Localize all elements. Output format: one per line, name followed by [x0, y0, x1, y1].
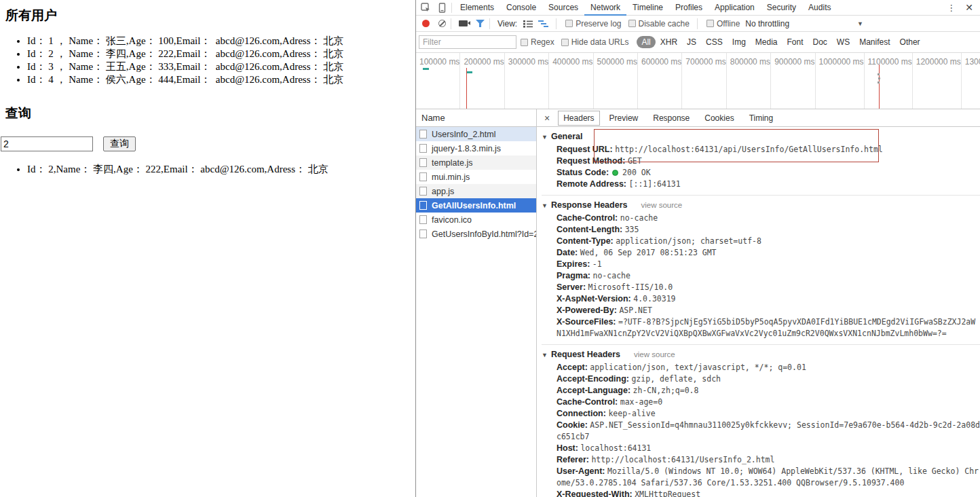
- devtools-tab[interactable]: Network: [584, 0, 626, 16]
- request-row[interactable]: app.js: [416, 184, 536, 198]
- record-icon[interactable]: [422, 20, 430, 27]
- chevron-down-icon[interactable]: ▼: [857, 20, 863, 27]
- response-headers-title[interactable]: ▼Response Headersview source: [542, 198, 980, 213]
- header-line: User-Agent: Mozilla/5.0 (Windows NT 10.0…: [542, 466, 980, 489]
- timeline-tick-label: 900000 ms: [771, 53, 815, 109]
- resource-type-filter[interactable]: Other: [895, 36, 925, 48]
- details-tab[interactable]: Headers: [558, 111, 599, 126]
- resource-type-filter[interactable]: JS: [682, 36, 701, 48]
- disclosure-triangle-icon: ▼: [542, 134, 548, 141]
- request-name: GetAllUsersInfo.html: [432, 201, 516, 210]
- network-toolbar: View: Preserve log Disable cache Offline…: [416, 16, 980, 32]
- timeline-overview[interactable]: 100000 ms200000 ms300000 ms400000 ms5000…: [416, 53, 980, 109]
- hide-data-urls-label[interactable]: Hide data URLs: [571, 37, 629, 47]
- request-row[interactable]: UsersInfo_2.html: [416, 127, 536, 141]
- waterfall-icon[interactable]: [538, 18, 549, 29]
- filmstrip-camera-icon[interactable]: [459, 20, 468, 26]
- disable-cache-label[interactable]: Disable cache: [639, 19, 690, 29]
- resource-type-filter[interactable]: Font: [783, 36, 808, 48]
- header-line: X-AspNet-Version: 4.0.30319: [542, 293, 980, 305]
- view-source-link[interactable]: view source: [634, 350, 675, 358]
- devtools-menu-icon[interactable]: ⋮: [941, 3, 961, 13]
- header-key: Accept:: [557, 363, 588, 372]
- request-name: jquery-1.8.3.min.js: [432, 144, 501, 153]
- header-key: Content-Type:: [557, 236, 614, 246]
- header-key: Server:: [557, 282, 586, 292]
- view-source-link[interactable]: view source: [641, 201, 682, 209]
- request-row[interactable]: favicon.ico: [416, 213, 536, 227]
- network-main: Name UsersInfo_2.html jquery-1.8.3.min.j…: [416, 109, 980, 497]
- resource-type-filter[interactable]: Media: [751, 36, 783, 48]
- header-value: [::1]:64131: [629, 179, 681, 189]
- user-list-item: Id： 4 ， Name： 侯六,Age： 444,Email： abcd@12…: [27, 73, 415, 86]
- header-value: Mozilla/5.0 (Windows NT 10.0; WOW64) App…: [557, 466, 979, 487]
- devtools-tab[interactable]: Elements: [454, 0, 500, 16]
- general-items: Request URL: http://localhost:64131/api/…: [542, 144, 980, 190]
- throttling-select[interactable]: No throttling: [745, 19, 789, 29]
- resource-type-filter[interactable]: Manifest: [854, 36, 894, 48]
- header-value: -1: [592, 259, 602, 269]
- file-icon: [419, 158, 427, 167]
- hide-data-urls-checkbox[interactable]: [561, 39, 569, 46]
- query-input[interactable]: [1, 136, 93, 151]
- details-tab[interactable]: Preview: [604, 111, 644, 126]
- devtools-tab[interactable]: Profiles: [669, 0, 709, 16]
- resource-type-filter[interactable]: Doc: [808, 36, 832, 48]
- header-line: Accept-Language: zh-CN,zh;q=0.8: [542, 385, 980, 397]
- inspect-element-icon[interactable]: [420, 2, 432, 14]
- devtools-tabs: ElementsConsoleSourcesNetworkTimelinePro…: [454, 0, 837, 16]
- request-rows: UsersInfo_2.html jquery-1.8.3.min.js tem…: [416, 127, 536, 241]
- filter-input[interactable]: [419, 35, 516, 49]
- clear-icon[interactable]: [438, 20, 446, 27]
- details-tab[interactable]: Timing: [744, 111, 779, 126]
- header-key: X-Requested-With:: [557, 490, 633, 497]
- request-row[interactable]: jquery-1.8.3.min.js: [416, 141, 536, 155]
- devtools-tab[interactable]: Audits: [802, 0, 837, 16]
- general-section-title[interactable]: ▼General: [542, 130, 980, 144]
- offline-label[interactable]: Offline: [717, 19, 740, 29]
- header-key: Cache-Control:: [557, 213, 618, 223]
- request-headers-title[interactable]: ▼Request Headersview source: [542, 348, 980, 362]
- resource-type-filter[interactable]: CSS: [701, 36, 728, 48]
- filter-funnel-icon[interactable]: [476, 20, 485, 27]
- view-list-icon[interactable]: [522, 18, 533, 29]
- timeline-tick-label: 1100000 ms: [865, 53, 913, 109]
- header-line: Remote Address: [::1]:64131: [542, 179, 980, 190]
- regex-checkbox[interactable]: [521, 39, 528, 46]
- header-key: Content-Length:: [557, 225, 622, 234]
- query-button[interactable]: 查询: [103, 136, 136, 151]
- details-tab[interactable]: Response: [647, 111, 695, 126]
- request-row[interactable]: template.js: [416, 155, 536, 170]
- close-details-icon[interactable]: ×: [538, 113, 556, 124]
- disable-cache-checkbox[interactable]: [628, 20, 636, 27]
- resource-type-filter[interactable]: All: [637, 36, 655, 48]
- request-row[interactable]: mui.min.js: [416, 170, 536, 184]
- timeline-dot: [878, 77, 880, 79]
- device-toolbar-icon[interactable]: [436, 2, 447, 14]
- devtools-close-icon[interactable]: ✕: [961, 2, 980, 13]
- preserve-log-label[interactable]: Preserve log: [576, 19, 621, 29]
- file-icon: [419, 215, 427, 224]
- devtools-tab[interactable]: Application: [709, 0, 761, 16]
- preserve-log-checkbox[interactable]: [565, 20, 573, 27]
- offline-checkbox[interactable]: [706, 20, 714, 27]
- header-line: Cache-Control: no-cache: [542, 213, 980, 224]
- request-row[interactable]: GetUsersInfoById.html?Id=2: [416, 227, 536, 241]
- devtools-tab[interactable]: Sources: [542, 0, 584, 16]
- devtools-tab[interactable]: Timeline: [626, 0, 669, 16]
- details-tab[interactable]: Cookies: [699, 111, 739, 126]
- header-line: Content-Length: 335: [542, 224, 980, 236]
- resource-type-filter[interactable]: XHR: [656, 36, 682, 48]
- regex-label[interactable]: Regex: [531, 37, 554, 47]
- resource-type-filter[interactable]: Img: [728, 36, 751, 48]
- request-row[interactable]: GetAllUsersInfo.html: [416, 198, 536, 213]
- name-column-header[interactable]: Name: [416, 109, 536, 127]
- header-value: 200 OK: [622, 168, 651, 177]
- devtools-tabbar: ElementsConsoleSourcesNetworkTimelinePro…: [416, 0, 980, 16]
- header-key: Connection:: [557, 409, 606, 418]
- header-line: X-Requested-With: XMLHttpRequest: [542, 489, 980, 497]
- devtools-tab[interactable]: Console: [500, 0, 542, 16]
- resource-type-filter[interactable]: WS: [832, 36, 854, 48]
- webpage-panel: 所有用户 Id： 1 ， Name： 张三,Age： 100,Email： ab…: [0, 0, 415, 497]
- devtools-tab[interactable]: Security: [761, 0, 802, 16]
